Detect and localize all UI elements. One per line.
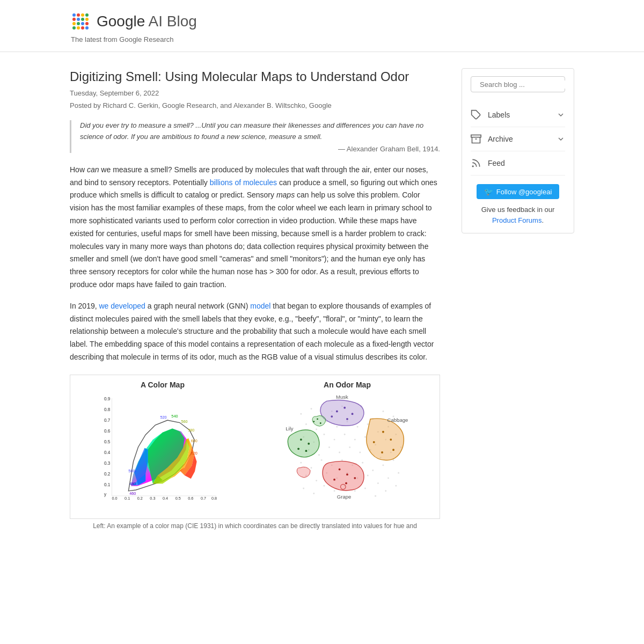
odor-map-title: An Odor Map bbox=[260, 380, 434, 389]
labels-chevron-icon bbox=[557, 111, 565, 119]
svg-point-59 bbox=[300, 413, 302, 415]
svg-text:0.8: 0.8 bbox=[211, 496, 217, 501]
svg-point-11 bbox=[85, 22, 89, 25]
svg-point-118 bbox=[398, 472, 399, 474]
svg-point-81 bbox=[324, 434, 325, 435]
svg-text:0.3: 0.3 bbox=[150, 496, 155, 501]
svg-point-139 bbox=[373, 441, 375, 443]
blockquote-attribution: — Alexander Graham Bell, 1914. bbox=[80, 145, 440, 153]
svg-text:0.2: 0.2 bbox=[104, 471, 111, 476]
svg-point-136 bbox=[390, 438, 392, 441]
svg-point-1 bbox=[77, 13, 80, 17]
svg-point-153 bbox=[320, 422, 321, 424]
sidebar: Labels Archive bbox=[462, 68, 574, 530]
google-dots-icon bbox=[70, 11, 91, 32]
post-author: Posted by Richard C. Gerkin, Google Rese… bbox=[70, 101, 440, 109]
svg-point-99 bbox=[300, 462, 302, 463]
svg-point-128 bbox=[395, 485, 397, 486]
svg-text:Cabbage: Cabbage bbox=[387, 416, 408, 422]
svg-point-84 bbox=[354, 438, 356, 440]
author-name: Richard C. Gerkin, Google Research, and … bbox=[103, 101, 331, 109]
svg-text:Grape: Grape bbox=[337, 494, 352, 500]
svg-text:0.1: 0.1 bbox=[104, 482, 111, 487]
svg-text:480: 480 bbox=[129, 481, 136, 486]
model-link[interactable]: model bbox=[250, 302, 270, 310]
charts-container: A Color Map 0.9 0.8 0.7 0.6 0.5 0.4 0.3 … bbox=[70, 375, 440, 519]
svg-text:540: 540 bbox=[171, 414, 178, 419]
odor-map-half: An Odor Map bbox=[255, 375, 440, 518]
color-map-half: A Color Map 0.9 0.8 0.7 0.6 0.5 0.4 0.3 … bbox=[70, 375, 255, 518]
rss-icon bbox=[471, 158, 481, 169]
svg-point-131 bbox=[352, 413, 354, 415]
svg-point-141 bbox=[339, 468, 341, 470]
svg-point-85 bbox=[364, 436, 366, 438]
svg-point-138 bbox=[381, 451, 383, 453]
emphasis-can: can bbox=[87, 165, 99, 174]
svg-text:600: 600 bbox=[191, 438, 197, 443]
svg-point-6 bbox=[81, 18, 84, 21]
svg-point-12 bbox=[72, 26, 76, 30]
svg-point-9 bbox=[77, 22, 80, 25]
svg-point-110 bbox=[316, 480, 317, 481]
svg-text:0.9: 0.9 bbox=[104, 396, 111, 401]
svg-point-149 bbox=[305, 450, 308, 452]
sidebar-archive-section[interactable]: Archive bbox=[471, 127, 565, 151]
svg-text:620: 620 bbox=[191, 450, 197, 455]
archive-label: Archive bbox=[488, 135, 557, 143]
archive-chevron-icon bbox=[557, 135, 565, 143]
svg-point-8 bbox=[72, 22, 76, 25]
svg-text:0.7: 0.7 bbox=[104, 418, 111, 422]
author-prefix: Posted by bbox=[70, 101, 103, 109]
svg-point-15 bbox=[85, 26, 89, 30]
main-content: Digitizing Smell: Using Molecular Maps t… bbox=[70, 68, 440, 530]
svg-text:Lily: Lily bbox=[286, 426, 294, 431]
sidebar-box: Labels Archive bbox=[462, 68, 574, 233]
svg-point-108 bbox=[393, 459, 394, 461]
billions-link[interactable]: billions of molecules bbox=[210, 178, 277, 187]
svg-text:0.5: 0.5 bbox=[175, 496, 181, 501]
svg-text:0.3: 0.3 bbox=[104, 460, 111, 465]
svg-point-132 bbox=[346, 418, 348, 420]
svg-text:0.2: 0.2 bbox=[137, 496, 143, 501]
search-input[interactable] bbox=[480, 80, 570, 89]
svg-text:460: 460 bbox=[129, 491, 136, 496]
product-forums-link[interactable]: Product Forums bbox=[492, 216, 541, 224]
svg-point-126 bbox=[375, 495, 376, 497]
svg-point-67 bbox=[383, 411, 384, 412]
svg-point-121 bbox=[324, 485, 325, 486]
sidebar-feed-section[interactable]: Feed bbox=[471, 151, 565, 175]
paragraph-2: In 2019, we developed a graph neural net… bbox=[70, 300, 440, 364]
odor-map-svg: Musk Cabbage bbox=[260, 393, 434, 511]
feed-label: Feed bbox=[488, 159, 565, 167]
post-body: How can we measure a smell? Smells are p… bbox=[70, 164, 440, 364]
svg-point-120 bbox=[313, 493, 314, 494]
we-developed-link[interactable]: we developed bbox=[99, 302, 145, 310]
paragraph-1: How can we measure a smell? Smells are p… bbox=[70, 164, 440, 291]
sidebar-labels-section[interactable]: Labels bbox=[471, 103, 565, 127]
archive-icon bbox=[471, 134, 481, 144]
svg-point-145 bbox=[333, 479, 335, 481]
svg-text:0.6: 0.6 bbox=[104, 428, 111, 433]
svg-point-7 bbox=[85, 18, 89, 21]
image-caption: Left: An example of a color map (CIE 193… bbox=[70, 522, 440, 530]
svg-point-122 bbox=[334, 490, 335, 492]
svg-point-107 bbox=[383, 464, 384, 466]
svg-text:580: 580 bbox=[188, 428, 194, 433]
svg-point-4 bbox=[72, 18, 76, 21]
post-blockquote: Did you ever try to measure a smell? ...… bbox=[70, 120, 440, 153]
svg-rect-159 bbox=[471, 135, 481, 137]
svg-point-75 bbox=[367, 423, 369, 425]
svg-point-70 bbox=[316, 428, 317, 430]
svg-point-2 bbox=[81, 13, 84, 17]
twitter-bird-icon: 🐦 bbox=[484, 187, 493, 196]
search-container[interactable] bbox=[471, 76, 565, 92]
twitter-follow-button[interactable]: 🐦 Follow @googleai bbox=[477, 184, 560, 199]
svg-point-119 bbox=[303, 487, 304, 489]
feedback-text: Give us feedback in our Product Forums. bbox=[471, 204, 565, 225]
svg-point-93 bbox=[349, 447, 350, 448]
post-title: Digitizing Smell: Using Molecular Maps t… bbox=[70, 68, 440, 85]
blockquote-text: Did you ever try to measure a smell? ...… bbox=[80, 120, 440, 143]
svg-point-124 bbox=[354, 490, 356, 492]
svg-point-154 bbox=[313, 421, 314, 422]
svg-point-100 bbox=[311, 467, 312, 469]
